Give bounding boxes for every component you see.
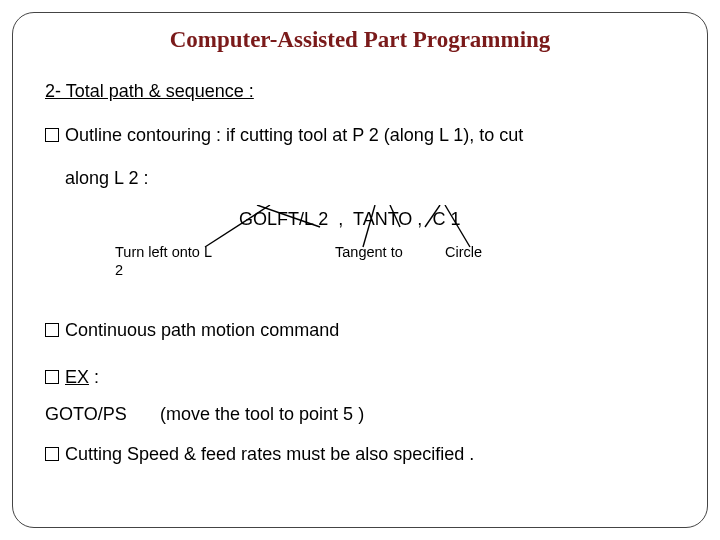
bullet-square-icon xyxy=(45,447,59,461)
annotation-tangent: Tangent to xyxy=(335,243,405,261)
code-annotation-block: GOLFT/L 2 , TANTO , C 1 Turn left onto L… xyxy=(45,205,675,315)
bullet-outline: Outline contouring : if cutting tool at … xyxy=(45,120,675,151)
goto-row: GOTO/PS (move the tool to point 5 ) xyxy=(45,404,675,425)
slide-frame: Computer-Assisted Part Programming 2- To… xyxy=(12,12,708,528)
bullet-outline-continuation: along L 2 : xyxy=(45,163,675,194)
bullet-square-icon xyxy=(45,128,59,142)
goto-command: GOTO/PS xyxy=(45,404,155,425)
bullet-ex: EX : xyxy=(45,362,675,393)
bullet-cutting: Cutting Speed & feed rates must be also … xyxy=(45,439,675,470)
bullet-continuous-text: Continuous path motion command xyxy=(65,320,339,340)
bullet-continuous: Continuous path motion command xyxy=(45,315,675,346)
annotation-circle: Circle xyxy=(445,243,505,261)
apt-code-line: GOLFT/L 2 , TANTO , C 1 xyxy=(239,209,460,230)
slide-title: Computer-Assisted Part Programming xyxy=(45,27,675,53)
ex-label: EX xyxy=(65,367,89,387)
bullet-cutting-text: Cutting Speed & feed rates must be also … xyxy=(65,444,474,464)
section-heading: 2- Total path & sequence : xyxy=(45,81,675,102)
annotation-turn-left: Turn left onto L 2 xyxy=(115,243,215,279)
bullet-outline-text: Outline contouring : if cutting tool at … xyxy=(65,125,523,145)
goto-description: (move the tool to point 5 ) xyxy=(160,404,364,424)
bullet-square-icon xyxy=(45,323,59,337)
ex-colon: : xyxy=(89,367,99,387)
bullet-square-icon xyxy=(45,370,59,384)
